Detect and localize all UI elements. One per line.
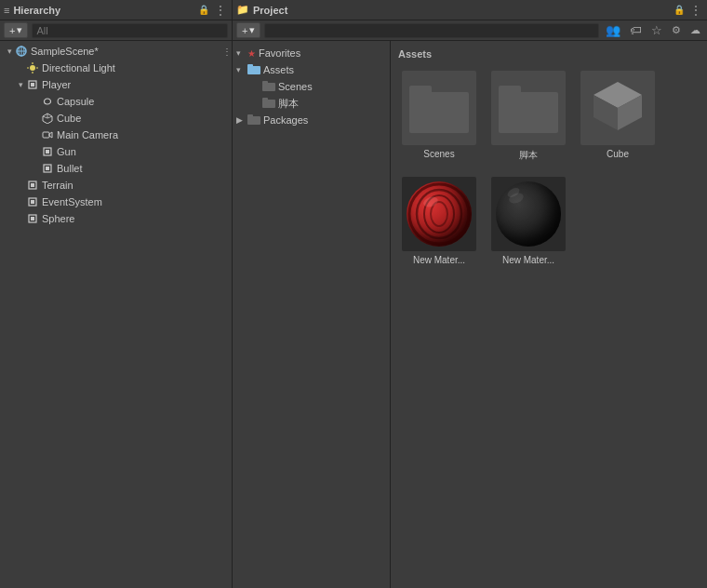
asset-item-cube[interactable]: Cube [577,67,659,166]
project-star-icon[interactable]: ☆ [648,23,665,37]
project-search-input[interactable] [264,23,599,38]
asset-item-material-black[interactable]: New Mater... [487,173,569,269]
asset-item-scripts[interactable]: 脚本 [487,67,569,166]
hierarchy-title: Hierarchy [13,5,194,16]
favorites-star-icon: ★ [247,48,256,59]
hierarchy-content: ▾ SampleScene* ⋮ ▶ [0,41,232,588]
player-icon [26,78,39,91]
scenes-folder-icon [262,80,275,93]
player-label: Player [42,79,71,90]
svg-rect-33 [262,98,268,101]
project-icon: 📁 [236,4,249,16]
hierarchy-add-plus: + [9,25,15,36]
svg-rect-38 [499,92,558,133]
svg-line-14 [43,116,47,118]
packages-folder-icon [247,114,260,127]
scenes-thumbnail [402,71,476,145]
capsule-icon [41,95,54,108]
sphere-label: Sphere [42,213,74,224]
svg-rect-35 [247,114,253,118]
project-scripts-item[interactable]: ▶ 脚本 [233,95,390,112]
favorites-expand-arrow: ▾ [236,48,247,58]
capsule-label: Capsule [57,96,94,107]
svg-rect-39 [499,86,521,97]
hierarchy-item-player[interactable]: ▾ Player [0,76,232,93]
material-red-ball [407,181,472,247]
svg-rect-16 [43,132,49,138]
eventsystem-icon [26,195,39,208]
svg-rect-21 [46,167,49,170]
hierarchy-more-icon[interactable]: ⋮ [213,4,228,17]
svg-line-15 [47,116,52,118]
project-toolbar: + ▾ 👥 🏷 ☆ ⚙ ☁ [233,20,707,41]
scene-name: SampleScene* [31,46,99,57]
bullet-label: Bullet [57,163,83,174]
material-red-thumbnail [402,177,476,251]
project-assets-item[interactable]: ▾ Assets [233,61,390,78]
svg-rect-25 [31,200,34,204]
svg-rect-10 [31,83,34,87]
hierarchy-item-directional-light[interactable]: ▶ Directional Light [0,60,232,76]
hierarchy-item-bullet[interactable]: ▶ Bullet [0,160,232,177]
svg-rect-36 [409,92,469,133]
scripts-asset-label: 脚本 [519,149,538,162]
scenes-asset-label: Scenes [423,149,454,159]
project-header: 📁 Project 🔒 ⋮ [233,0,707,20]
project-packages-item[interactable]: ▶ Packages [233,112,390,128]
svg-rect-31 [262,81,268,85]
assets-area-title: Assets [398,48,700,60]
project-accounts-icon[interactable]: 👥 [603,23,623,37]
hierarchy-item-capsule[interactable]: ▶ Capsule [0,93,232,110]
asset-item-scenes[interactable]: Scenes [398,67,480,166]
scene-more-icon[interactable]: ⋮ [222,47,232,57]
project-lock-icon[interactable]: 🔒 [674,5,685,15]
terrain-label: Terrain [42,180,73,191]
project-tag-icon[interactable]: 🏷 [627,23,645,37]
hierarchy-item-main-camera[interactable]: ▶ Main Camera [0,127,232,143]
scene-expand-arrow: ▾ [4,47,15,56]
project-settings-icon[interactable]: ⚙ [669,24,684,36]
scripts-folder-icon [262,97,275,110]
hierarchy-item-cube[interactable]: ▶ Cube [0,110,232,127]
sphere-icon [26,212,39,225]
hierarchy-item-terrain[interactable]: ▶ Terrain [0,177,232,194]
hierarchy-scene-root[interactable]: ▾ SampleScene* ⋮ [0,43,232,60]
hierarchy-item-eventsystem[interactable]: ▶ EventSystem [0,194,232,210]
project-add-plus: + [242,25,247,36]
project-add-arrow: ▾ [249,24,255,36]
hierarchy-toolbar: + ▾ [0,20,232,41]
gun-label: Gun [57,146,76,157]
asset-item-material-red[interactable]: New Mater... [398,173,480,269]
project-title: Project [253,5,670,16]
project-cloud-icon[interactable]: ☁ [687,24,703,36]
hierarchy-item-gun[interactable]: ▶ Gun [0,143,232,160]
svg-point-48 [508,192,525,206]
hierarchy-icon: ≡ [4,5,9,16]
cube-thumbnail [580,71,655,145]
project-add-button[interactable]: + ▾ [236,22,260,38]
main-camera-icon [41,128,54,141]
project-favorites-item[interactable]: ▾ ★ Favorites [233,45,390,61]
material-black-label: New Mater... [502,255,554,265]
scripts-thumbnail [491,71,566,145]
svg-point-43 [409,184,469,244]
hierarchy-panel: ≡ Hierarchy 🔒 ⋮ + ▾ ▾ [0,0,233,588]
cube-asset-label: Cube [607,149,629,159]
favorites-label: Favorites [259,47,300,59]
assets-folder-icon [247,63,260,76]
hierarchy-search-input[interactable] [32,23,228,38]
hierarchy-add-button[interactable]: + ▾ [4,22,28,38]
assets-expand-arrow: ▾ [236,65,247,74]
hierarchy-item-sphere[interactable]: ▶ Sphere [0,210,232,227]
directional-light-label: Directional Light [42,62,115,74]
project-more-icon[interactable]: ⋮ [688,4,703,17]
hierarchy-header: ≡ Hierarchy 🔒 ⋮ [0,0,232,20]
assets-grid: Scenes 脚本 [398,67,700,269]
scripts-label: 脚本 [278,97,299,111]
svg-rect-23 [31,183,34,187]
project-body: ▾ ★ Favorites ▾ Assets [233,41,707,588]
hierarchy-lock-icon[interactable]: 🔒 [198,5,209,15]
material-black-ball [496,181,561,247]
project-scenes-item[interactable]: ▶ Scenes [233,78,390,95]
cube-small-icon [41,112,54,125]
